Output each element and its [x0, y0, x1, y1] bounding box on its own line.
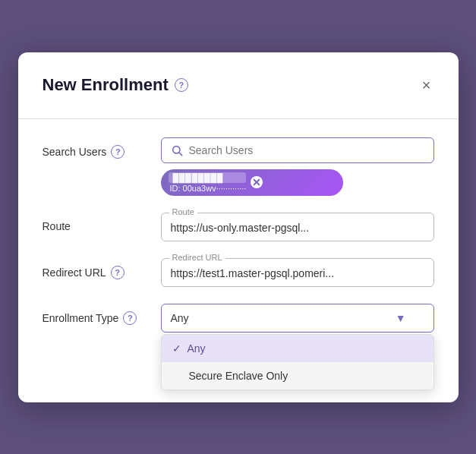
new-enrollment-modal: New Enrollment ? × Search Users ? — [18, 52, 459, 402]
redirect-url-label: Redirect URL — [43, 266, 106, 279]
modal-header: New Enrollment ? × — [43, 74, 434, 97]
enrollment-select-button[interactable]: Any ▼ — [161, 304, 434, 333]
search-input-wrapper — [161, 137, 434, 163]
search-users-field-group: ████████ ID: 00ua3wv············· — [161, 137, 434, 196]
dropdown-item-secure-enclave-label: Secure Enclave Only — [189, 370, 288, 382]
enrollment-type-label-group: Enrollment Type ? — [43, 304, 149, 325]
redirect-url-field-label: Redirect URL — [169, 253, 225, 262]
route-row: Route Route https://us-only.master-pgsql… — [43, 213, 434, 241]
help-icon[interactable]: ? — [175, 78, 188, 92]
route-field-label: Route — [169, 207, 197, 216]
redirect-url-field[interactable]: Redirect URL https://test1.master-pgsql.… — [161, 258, 434, 287]
check-icon: ✓ — [172, 342, 181, 355]
dropdown-item-secure-enclave[interactable]: Secure Enclave Only — [162, 362, 433, 389]
search-users-help-icon[interactable]: ? — [111, 145, 125, 159]
search-icon — [171, 144, 183, 156]
search-users-row: Search Users ? ████████ ID: 00ua3wv·····… — [43, 137, 434, 196]
route-field-value: https://us-only.master-pgsql... — [171, 222, 310, 234]
selected-user-chip: ████████ ID: 00ua3wv············· — [161, 169, 343, 196]
chip-remove-button[interactable] — [251, 176, 263, 188]
redirect-url-field-group: Redirect URL https://test1.master-pgsql.… — [161, 258, 434, 287]
enrollment-select-wrapper: Any ▼ ✓ Any Secure Enclave Only — [161, 304, 434, 333]
close-button[interactable]: × — [419, 74, 434, 97]
chip-close-icon — [253, 178, 260, 186]
enrollment-type-help-icon[interactable]: ? — [123, 311, 137, 325]
svg-line-1 — [179, 153, 182, 156]
modal-title-group: New Enrollment ? — [43, 75, 188, 95]
redirect-url-field-value: https://test1.master-pgsql.pomeri... — [171, 267, 335, 279]
enrollment-chevron-icon: ▼ — [396, 312, 406, 324]
chip-user-id: ID: 00ua3wv············· — [169, 184, 247, 193]
search-users-label-group: Search Users ? — [43, 137, 149, 159]
dropdown-item-any[interactable]: ✓ Any — [162, 335, 433, 362]
modal-overlay: New Enrollment ? × Search Users ? — [0, 0, 476, 454]
enrollment-selected-value: Any — [171, 312, 189, 324]
enrollment-type-row: Enrollment Type ? Any ▼ ✓ Any — [43, 304, 434, 333]
redirect-url-label-group: Redirect URL ? — [43, 258, 149, 279]
dropdown-item-any-label: Any — [188, 342, 206, 355]
chip-user-name: ████████ — [169, 172, 247, 183]
enrollment-dropdown-menu: ✓ Any Secure Enclave Only — [161, 334, 434, 390]
enrollment-type-field-group: Any ▼ ✓ Any Secure Enclave Only — [161, 304, 434, 333]
redirect-url-row: Redirect URL ? Redirect URL https://test… — [43, 258, 434, 287]
search-users-label: Search Users — [43, 146, 107, 158]
route-label-group: Route — [43, 213, 149, 232]
route-field-group: Route https://us-only.master-pgsql... — [161, 213, 434, 241]
redirect-url-help-icon[interactable]: ? — [111, 266, 125, 279]
chip-text: ████████ ID: 00ua3wv············· — [169, 172, 247, 193]
modal-title: New Enrollment — [43, 75, 169, 95]
route-field[interactable]: Route https://us-only.master-pgsql... — [161, 213, 434, 241]
header-divider — [18, 118, 459, 119]
search-input[interactable] — [189, 144, 424, 156]
route-label: Route — [43, 220, 71, 232]
enrollment-type-label: Enrollment Type — [43, 312, 119, 324]
